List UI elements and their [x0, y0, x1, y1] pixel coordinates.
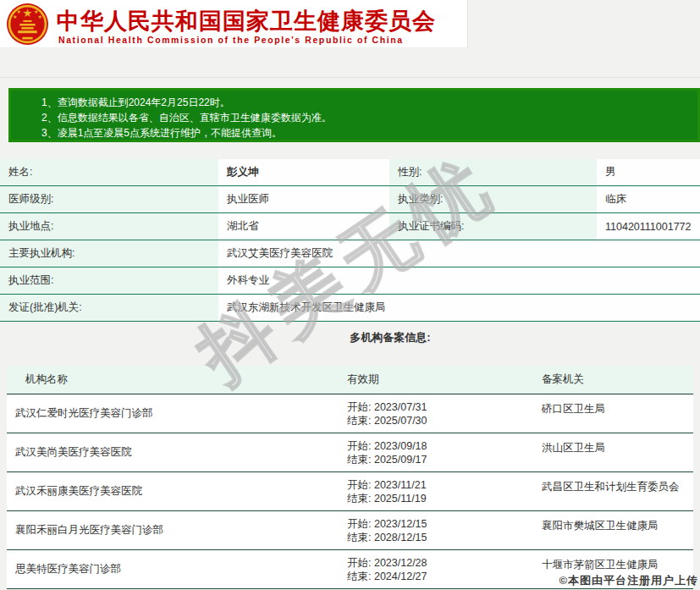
header-divider: [0, 77, 700, 78]
validity-end: 结束: 2025/11/19: [347, 492, 533, 505]
info-row-issuing-authority: 发证(批准)机关: 武汉东湖新技术开发区卫生健康局: [0, 295, 700, 322]
org-table-header: 机构名称 有效期 备案机关: [7, 366, 693, 394]
practice-location-value: 湖北省: [218, 213, 389, 240]
practice-location-label: 执业地点:: [0, 213, 218, 240]
validity-start: 开始: 2023/12/28: [347, 556, 533, 570]
multi-org-table: 机构名称 有效期 备案机关 武汉仁爱时光医疗美容门诊部 开始: 2023/07/…: [7, 366, 693, 589]
filing-agency: 襄阳市樊城区卫生健康局: [533, 511, 693, 533]
validity-end: 结束: 2025/07/30: [347, 414, 533, 427]
validity-start: 开始: 2023/07/31: [347, 400, 533, 414]
org-validity: 开始: 2023/12/28 结束: 2024/12/27: [339, 556, 533, 583]
notice-line-3: 3、凌晨1点至凌晨5点系统进行维护，不能提供查询。: [41, 125, 697, 141]
main-institution-value: 武汉艾美医疗美容医院: [218, 240, 700, 267]
site-subtitle: National Health Commission of the People…: [58, 35, 404, 45]
filing-agency-column-header: 备案机关: [533, 372, 693, 387]
doctor-level-value: 执业医师: [218, 186, 389, 212]
main-institution-label: 主要执业机构:: [0, 240, 218, 267]
site-title: 中华人民共和国国家卫生健康委员会: [57, 6, 436, 36]
site-header: ★ ★ ★ ★ ★ 中华人民共和国国家卫生健康委员会 National Heal…: [0, 0, 468, 48]
practice-category-value: 临床: [597, 186, 700, 212]
org-name-column-header: 机构名称: [7, 372, 339, 387]
org-table-row: 武汉仁爱时光医疗美容门诊部 开始: 2023/07/31 结束: 2025/07…: [7, 394, 693, 433]
notice-box: 1、查询数据截止到2024年2月25日22时。 2、信息数据结果以各省、自治区、…: [8, 88, 700, 142]
info-row-main-institution: 主要执业机构: 武汉艾美医疗美容医院: [0, 240, 700, 267]
practice-category-label: 执业类别:: [389, 186, 597, 212]
notice-line-1: 1、查询数据截止到2024年2月25日22时。: [41, 95, 697, 110]
info-row-level-category: 医师级别: 执业医师 执业类别: 临床: [0, 186, 700, 213]
name-value: 彭义坤: [218, 159, 389, 185]
validity-end: 结束: 2028/12/15: [347, 531, 533, 544]
china-national-emblem-icon: ★ ★ ★ ★ ★: [6, 3, 49, 46]
doctor-info-table: 姓名: 彭义坤 性别: 男 医师级别: 执业医师 执业类别: 临床 执业地点: …: [0, 159, 700, 322]
svg-text:★: ★: [23, 7, 33, 19]
org-validity: 开始: 2023/09/18 结束: 2025/09/17: [339, 439, 533, 466]
filing-agency: 硚口区卫生局: [533, 394, 693, 416]
org-table-row: 襄阳禾丽白月光医疗美容门诊部 开始: 2023/12/15 结束: 2028/1…: [7, 511, 693, 550]
practice-scope-value: 外科专业: [218, 267, 700, 294]
validity-end: 结束: 2025/09/17: [347, 453, 533, 466]
org-validity: 开始: 2023/11/21 结束: 2025/11/19: [339, 478, 533, 505]
org-name: 思美特医疗美容门诊部: [7, 562, 339, 576]
practice-scope-label: 执业范围:: [0, 267, 218, 294]
org-validity: 开始: 2023/07/31 结束: 2025/07/30: [339, 400, 533, 427]
filing-agency: 洪山区卫生局: [533, 433, 693, 455]
validity-start: 开始: 2023/11/21: [347, 478, 533, 492]
notice-line-2: 2、信息数据结果以各省、自治区、直辖市卫生健康委数据为准。: [41, 110, 697, 125]
query-result-page: ★ ★ ★ ★ ★ 中华人民共和国国家卫生健康委员会 National Heal…: [0, 0, 700, 590]
multi-org-section-heading: 多机构备案信息:: [0, 330, 700, 345]
validity-start: 开始: 2023/12/15: [347, 517, 533, 531]
info-row-location-certificate: 执业地点: 湖北省 执业证书编码: 110420111001772: [0, 213, 700, 240]
org-table-row: 武汉禾丽康美医疗美容医院 开始: 2023/11/21 结束: 2025/11/…: [7, 472, 693, 511]
issuing-authority-label: 发证(批准)机关:: [0, 295, 218, 321]
org-name: 武汉仁爱时光医疗美容门诊部: [7, 406, 339, 421]
certificate-number-label: 执业证书编码:: [389, 213, 597, 240]
doctor-level-label: 医师级别:: [0, 186, 218, 212]
validity-end: 结束: 2024/12/27: [347, 570, 533, 583]
validity-start: 开始: 2023/09/18: [347, 439, 533, 453]
org-name: 武汉禾丽康美医疗美容医院: [7, 484, 339, 499]
copyright-watermark: ©本图由平台注册用户上传: [559, 573, 698, 588]
svg-text:★: ★: [38, 14, 43, 19]
org-validity: 开始: 2023/12/15 结束: 2028/12/15: [339, 517, 533, 544]
name-label: 姓名:: [0, 159, 218, 185]
org-name: 武汉美尚美医疗美容医院: [7, 445, 339, 460]
filing-agency: 武昌区卫生和计划生育委员会: [533, 472, 693, 494]
validity-column-header: 有效期: [339, 372, 533, 387]
issuing-authority-value: 武汉东湖新技术开发区卫生健康局: [218, 295, 700, 321]
certificate-number-value: 110420111001772: [597, 213, 700, 240]
info-row-practice-scope: 执业范围: 外科专业: [0, 267, 700, 295]
gender-label: 性别:: [389, 159, 597, 185]
filing-agency: 十堰市茅箭区卫生健康局: [533, 550, 693, 572]
org-table-row: 武汉美尚美医疗美容医院 开始: 2023/09/18 结束: 2025/09/1…: [7, 433, 693, 472]
org-name: 襄阳禾丽白月光医疗美容门诊部: [7, 523, 339, 538]
gender-value: 男: [597, 159, 700, 185]
info-row-name-gender: 姓名: 彭义坤 性别: 男: [0, 159, 700, 186]
svg-text:★: ★: [13, 14, 18, 19]
